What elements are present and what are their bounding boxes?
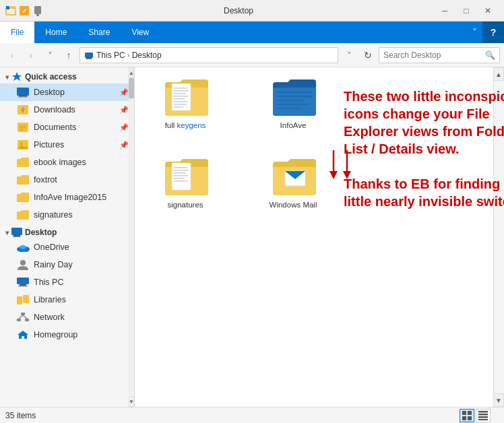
minimize-button[interactable]: ─ <box>434 0 455 22</box>
svg-rect-7 <box>85 53 93 58</box>
ebook-label: ebook images <box>34 158 86 167</box>
path-this-pc: This PC <box>96 51 125 60</box>
this-pc-icon <box>84 51 94 60</box>
svg-rect-60 <box>174 181 187 182</box>
section-desktop[interactable]: ▾ Desktop <box>0 224 134 238</box>
ribbon-collapse-button[interactable]: ˅ <box>467 22 482 43</box>
dropdown-recents-button[interactable]: ˅ <box>42 47 58 63</box>
ribbon-tab-file[interactable]: File <box>0 22 34 43</box>
annotation-line3: Explorer views from Folder to <box>344 124 504 139</box>
sidebar-item-foxtrot[interactable]: foxtrot <box>0 171 134 189</box>
folder-signatures-icon <box>16 208 30 222</box>
folder-infoave-icon <box>16 191 30 204</box>
sidebar-item-pictures[interactable]: Pictures 📌 <box>0 136 134 154</box>
up-button[interactable]: ↑ <box>61 47 77 63</box>
pictures-icon <box>16 138 30 152</box>
network-icon <box>16 311 30 324</box>
svg-rect-8 <box>86 57 92 59</box>
status-bar: 35 items <box>0 407 504 423</box>
svg-line-39 <box>23 315 27 319</box>
file-item-signatures[interactable]: signatures <box>155 154 216 213</box>
address-path[interactable]: This PC › Desktop <box>80 47 338 63</box>
annotation-line7: little nearly invisible switch. <box>344 194 504 209</box>
folder-foxtrot-icon <box>16 173 30 187</box>
svg-rect-55 <box>174 167 187 168</box>
sidebar-item-desktop[interactable]: Desktop 📌 <box>0 84 134 101</box>
svg-rect-50 <box>277 96 312 97</box>
sidebar-item-downloads[interactable]: Downloads 📌 <box>0 101 134 119</box>
search-box[interactable]: 🔍 <box>379 47 500 63</box>
svg-marker-10 <box>12 72 22 81</box>
ribbon-tab-home[interactable]: Home <box>34 22 77 43</box>
downloads-icon <box>16 103 30 117</box>
grid-view-button[interactable] <box>460 409 474 422</box>
window-controls[interactable]: ─ □ ✕ <box>434 0 499 22</box>
back-button[interactable]: ‹ <box>4 47 20 63</box>
expand-icon: ▾ <box>5 73 9 81</box>
dropdown-path-button[interactable]: ˅ <box>341 47 357 63</box>
svg-rect-37 <box>25 319 29 321</box>
svg-rect-51 <box>277 100 304 101</box>
svg-rect-35 <box>21 313 25 315</box>
svg-rect-48 <box>174 106 183 108</box>
svg-rect-18 <box>20 127 26 129</box>
content-scrollbar-track <box>495 81 504 393</box>
section-quick-access[interactable]: ▾ Quick access <box>0 67 134 84</box>
svg-rect-17 <box>20 125 26 127</box>
ribbon-tab-view[interactable]: View <box>121 22 160 43</box>
content-scroll-up[interactable]: ▲ <box>493 67 504 81</box>
svg-rect-32 <box>18 286 28 287</box>
sidebar-item-libraries[interactable]: Libraries <box>0 291 134 308</box>
svg-rect-5 <box>34 6 41 14</box>
svg-rect-72 <box>478 414 488 416</box>
sidebar-item-onedrive[interactable]: OneDrive <box>0 238 134 256</box>
svg-marker-66 <box>343 171 351 179</box>
close-button[interactable]: ✕ <box>477 0 499 22</box>
sidebar-item-documents[interactable]: Documents 📌 <box>0 119 134 136</box>
pictures-label: Pictures <box>34 140 64 150</box>
annotation-text: These two little inconspicuos icons chan… <box>344 88 504 210</box>
svg-point-21 <box>20 142 23 145</box>
window-title: Desktop <box>43 6 434 15</box>
svg-rect-11 <box>17 88 29 96</box>
this-pc-label: This PC <box>34 278 63 287</box>
svg-point-28 <box>20 245 26 249</box>
search-input[interactable] <box>383 51 485 60</box>
desktop-section-icon <box>11 228 22 237</box>
ribbon-tab-share[interactable]: Share <box>77 22 121 43</box>
sidebar-item-network[interactable]: Network <box>0 308 134 326</box>
sidebar-item-rainy-day[interactable]: Rainy Day <box>0 256 134 273</box>
annotation-line2: icons change your File <box>344 106 490 121</box>
file-item-infoave[interactable]: InfoAve <box>263 74 323 133</box>
forward-button[interactable]: › <box>23 47 39 63</box>
list-view-button[interactable] <box>476 409 491 422</box>
homegroup-label: Homegroup <box>34 330 77 339</box>
sidebar-item-infoave[interactable]: InfoAve Image2015 <box>0 189 134 206</box>
folder-icon-keygens <box>164 78 207 119</box>
sidebar-item-this-pc[interactable]: This PC <box>0 273 134 291</box>
sidebar-scroll-area: ▾ Quick access Desktop 📌 <box>0 67 134 407</box>
help-button[interactable]: ? <box>482 22 504 43</box>
sidebar-item-signatures[interactable]: signatures <box>0 206 134 224</box>
file-item-windows-mail[interactable]: Windows Mail <box>263 154 323 213</box>
quick-access-label: Quick access <box>25 72 77 82</box>
refresh-button[interactable]: ↻ <box>360 47 376 63</box>
svg-line-38 <box>19 315 23 319</box>
downloads-label: Downloads <box>34 105 75 115</box>
sidebar-scrollbar-track <box>129 98 134 396</box>
svg-rect-23 <box>11 228 22 235</box>
libraries-icon <box>16 293 30 306</box>
content-scrollbar <box>493 81 504 393</box>
sidebar-item-ebook[interactable]: ebook images <box>0 154 134 171</box>
path-desktop: Desktop <box>132 51 162 60</box>
sidebar-item-homegroup[interactable]: Homegroup <box>0 326 134 344</box>
content-scroll-down[interactable]: ▼ <box>493 393 504 407</box>
file-item-full-keygens[interactable]: full keygens <box>155 74 216 133</box>
sidebar-scroll-down[interactable]: ▼ <box>129 396 134 407</box>
maximize-button[interactable]: □ <box>455 0 477 22</box>
svg-rect-6 <box>36 14 39 16</box>
svg-rect-34 <box>23 295 29 303</box>
filename-keygens: full keygens <box>165 121 206 129</box>
svg-rect-58 <box>174 175 188 176</box>
sidebar-scroll-up[interactable]: ▲ <box>129 67 134 78</box>
